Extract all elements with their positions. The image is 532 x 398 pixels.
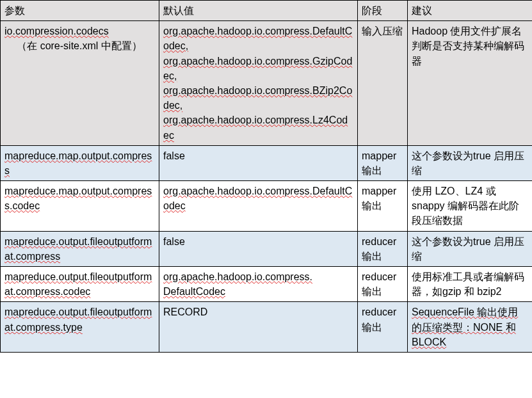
table-row: mapreduce.map.output.compress false mapp… <box>1 145 533 180</box>
cell-default: org.apache.hadoop.io.compress. DefaultCo… <box>159 267 358 302</box>
cell-advice: 这个参数设为true 启用压缩 <box>408 145 533 180</box>
cell-advice: 这个参数设为true 启用压缩 <box>408 231 533 266</box>
cell-stage: reducer输出 <box>358 231 408 266</box>
cell-advice: 使用 LZO、LZ4 或snappy 编解码器在此阶段压缩数据 <box>408 181 533 232</box>
cell-param: mapreduce.map.output.compress <box>1 145 159 180</box>
header-stage: 阶段 <box>358 1 408 21</box>
header-advice: 建议 <box>408 1 533 21</box>
cell-param: mapreduce.output.fileoutputformat.compre… <box>1 267 159 302</box>
cell-advice: 使用标准工具或者编解码器，如gzip 和 bzip2 <box>408 267 533 302</box>
param-text: mapreduce.output.fileoutputformat.compre… <box>4 306 152 332</box>
default-line: org.apache.hadoop.io.compress.Lz4Codec <box>163 115 348 140</box>
cell-stage: 输入压缩 <box>358 21 408 146</box>
advice-text: SequenceFile 输出使用的压缩类型：NONE 和 BLOCK <box>412 306 518 347</box>
table-row: mapreduce.output.fileoutputformat.compre… <box>1 267 533 302</box>
default-line: org.apache.hadoop.io.compress.BZip2Codec… <box>163 85 352 111</box>
table-row: mapreduce.output.fileoutputformat.compre… <box>1 302 533 353</box>
cell-advice: Hadoop 使用文件扩展名判断是否支持某种编解码器 <box>408 21 533 146</box>
cell-default: false <box>159 231 358 266</box>
default-line: org.apache.hadoop.io.compress.GzipCodec, <box>163 56 352 81</box>
table-row: mapreduce.output.fileoutputformat.compre… <box>1 231 533 266</box>
cell-stage: mapper输出 <box>358 145 408 180</box>
param-text: mapreduce.map.output.compress.codec <box>4 186 152 211</box>
param-note: （在 core-site.xml 中配置） <box>4 40 142 51</box>
header-param: 参数 <box>1 1 159 21</box>
cell-param: io.compression.codecs （在 core-site.xml 中… <box>1 21 159 146</box>
table-header-row: 参数 默认值 阶段 建议 <box>1 1 533 21</box>
param-text: mapreduce.output.fileoutputformat.compre… <box>4 236 152 262</box>
cell-stage: reducer输出 <box>358 302 408 353</box>
header-default: 默认值 <box>159 1 358 21</box>
default-line: org.apache.hadoop.io.compress.DefaultCod… <box>163 26 352 51</box>
cell-default: false <box>159 145 358 180</box>
cell-default: org.apache.hadoop.io.compress.DefaultCod… <box>159 181 358 232</box>
cell-stage: mapper输出 <box>358 181 408 232</box>
cell-param: mapreduce.map.output.compress.codec <box>1 181 159 232</box>
cell-stage: reducer输出 <box>358 267 408 302</box>
cell-advice: SequenceFile 输出使用的压缩类型：NONE 和 BLOCK <box>408 302 533 353</box>
cell-default: RECORD <box>159 302 358 353</box>
default-line: org.apache.hadoop.io.compress. DefaultCo… <box>163 271 312 297</box>
parameter-table: 参数 默认值 阶段 建议 io.compression.codecs （在 co… <box>0 0 532 353</box>
table-row: io.compression.codecs （在 core-site.xml 中… <box>1 21 533 146</box>
cell-param: mapreduce.output.fileoutputformat.compre… <box>1 231 159 266</box>
table-row: mapreduce.map.output.compress.codec org.… <box>1 181 533 232</box>
param-text: io.compression.codecs <box>4 26 109 36</box>
param-text: mapreduce.output.fileoutputformat.compre… <box>4 271 152 297</box>
param-text: mapreduce.map.output.compress <box>4 150 152 176</box>
default-line: org.apache.hadoop.io.compress.DefaultCod… <box>163 186 352 211</box>
cell-default: org.apache.hadoop.io.compress.DefaultCod… <box>159 21 358 146</box>
cell-param: mapreduce.output.fileoutputformat.compre… <box>1 302 159 353</box>
